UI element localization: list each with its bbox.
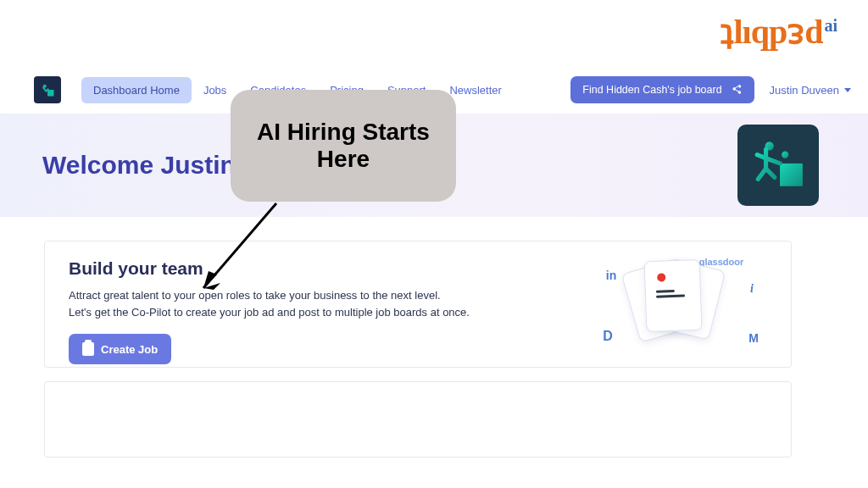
share-icon <box>731 84 743 96</box>
linkedin-icon: in <box>603 267 620 284</box>
share-job-board-button[interactable]: Find Hidden Cash's job board <box>570 76 754 103</box>
create-job-button[interactable]: Create Job <box>69 334 171 364</box>
user-menu[interactable]: Justin Duveen <box>770 84 851 97</box>
indeed-icon: i <box>743 280 760 297</box>
team-build-icon <box>750 137 806 193</box>
build-team-line1: Attract great talent to your open roles … <box>69 287 470 304</box>
chevron-down-icon <box>844 88 851 92</box>
annotation-text: AI Hiring Starts Here <box>249 119 437 173</box>
build-team-line2: Let's get the Co-Pilot to create your jo… <box>69 304 470 321</box>
create-job-label: Create Job <box>101 343 158 356</box>
share-job-board-label: Find Hidden Cash's job board <box>582 84 721 96</box>
svg-rect-2 <box>780 164 803 186</box>
clipboard-icon <box>82 342 94 356</box>
welcome-title: Welcome Justin <box>42 151 236 180</box>
nav-jobs[interactable]: Jobs <box>192 77 238 103</box>
app-logo[interactable] <box>34 76 61 103</box>
build-team-body: Attract great talent to your open roles … <box>69 287 470 320</box>
brand-logo: ʇlıqpᴈdai <box>721 15 837 49</box>
svg-rect-0 <box>47 90 54 97</box>
nav-right: Find Hidden Cash's job board Justin Duve… <box>570 76 851 103</box>
brand-tail: ai <box>824 16 837 35</box>
brand-name: ʇlıqpᴈd <box>721 13 822 51</box>
hero-badge <box>737 125 819 206</box>
next-card-placeholder <box>44 381 792 458</box>
job-boards-graphic: glassdoor in i D M <box>589 255 767 348</box>
build-team-title: Build your team <box>69 258 470 279</box>
app-logo-icon <box>39 81 56 98</box>
document-stack-icon <box>637 260 715 338</box>
nav-dashboard-home[interactable]: Dashboard Home <box>81 77 192 103</box>
annotation-callout: AI Hiring Starts Here <box>231 90 456 202</box>
build-team-card: Build your team Attract great talent to … <box>44 241 792 368</box>
build-team-content: Build your team Attract great talent to … <box>69 258 470 350</box>
glassdoor-icon: glassdoor <box>713 253 730 270</box>
monster-icon: M <box>745 330 762 347</box>
drive-icon: D <box>599 328 616 345</box>
user-name: Justin Duveen <box>770 84 839 97</box>
